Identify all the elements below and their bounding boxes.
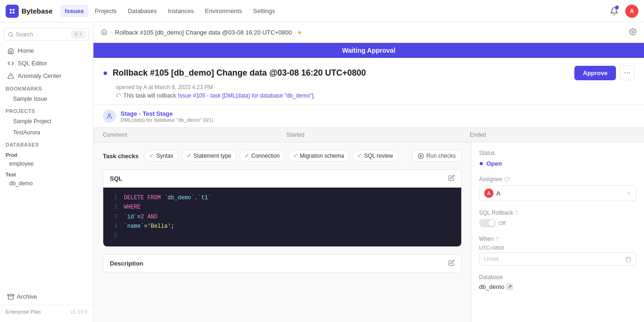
nav-item-issues[interactable]: Issues: [60, 5, 88, 17]
table-header: Comment Started Ended: [93, 128, 644, 142]
code-line-1: 1 DELETE FROM `db_demo`.`t1`: [110, 193, 455, 203]
status-text: Open: [487, 160, 502, 167]
when-input[interactable]: Unset: [479, 252, 637, 266]
notification-dot: [615, 6, 619, 9]
database-link-icon[interactable]: ↗: [506, 283, 513, 290]
sql-rollback-toggle[interactable]: [479, 219, 496, 227]
check-syntax[interactable]: ✓ Syntax: [144, 150, 179, 161]
when-timezone: UTC+0800: [479, 245, 637, 251]
footer-plan: Enterprise Plan: [6, 309, 41, 315]
search-input[interactable]: Search ⌘ K: [4, 28, 89, 41]
breadcrumb-home[interactable]: [101, 28, 107, 36]
task-checks-row: Task checks ✓ Syntax ✓ Statement type ✓: [103, 150, 462, 162]
breadcrumb-star[interactable]: ★: [297, 29, 302, 36]
svg-point-5: [632, 31, 634, 33]
sidebar-item-testaurora[interactable]: TestAurora: [2, 127, 91, 138]
home-icon: [7, 48, 14, 54]
sidebar-item-label-anomaly: Anomaly Center: [18, 72, 61, 79]
sql-rollback-info-icon[interactable]: ?: [515, 210, 518, 216]
sql-rollback-toggle-row: Off: [479, 219, 637, 227]
status-field: Status ● Open: [479, 150, 637, 168]
check-statement-type-label: Statement type: [193, 153, 231, 159]
breadcrumb-settings-icon[interactable]: [629, 28, 637, 35]
svg-rect-12: [626, 257, 631, 262]
run-checks-button[interactable]: Run checks: [412, 150, 462, 162]
stage-info: Stage - Test Stage DML(data) for databas…: [121, 110, 214, 123]
check-sql-review[interactable]: ✓ SQL review: [352, 150, 398, 161]
checks-wrap: ✓ Syntax ✓ Statement type ✓ Connection: [144, 150, 398, 161]
sidebar-item-home[interactable]: Home: [2, 44, 91, 57]
issue-title: Rollback #105 [db_demo] Change data @03-…: [113, 68, 366, 78]
line-num-2: 2: [110, 203, 117, 212]
table-col-ended: Ended: [460, 128, 644, 142]
sql-editor-icon: [7, 60, 14, 67]
issue-body: Task checks ✓ Syntax ✓ Statement type ✓: [93, 142, 644, 322]
check-connection[interactable]: ✓ Connection: [239, 150, 285, 161]
db-group-test: Test: [0, 169, 93, 178]
nav-item-projects[interactable]: Projects: [90, 5, 122, 17]
nav-item-settings[interactable]: Settings: [249, 5, 280, 17]
assignee-field: Assignee A A: [479, 176, 637, 201]
sidebar-item-archive[interactable]: Archive: [2, 290, 91, 303]
sql-section-header: SQL: [103, 170, 461, 188]
desc-section-header: Description: [103, 255, 461, 272]
line-num-1: 1: [110, 193, 117, 203]
description-section: Description: [103, 254, 462, 273]
desc-edit-icon[interactable]: [448, 259, 455, 267]
run-checks-label: Run checks: [426, 153, 456, 159]
search-label: Search: [15, 31, 33, 38]
task-checks-label: Task checks: [103, 153, 138, 160]
status-label: Status: [479, 150, 637, 156]
top-navigation: Bytebase Issues Projects Databases Insta…: [0, 0, 644, 22]
user-avatar[interactable]: A: [625, 5, 638, 18]
issue-meta: opened by A at March 8, 2023 4:23 PM: [116, 84, 635, 91]
stage-name[interactable]: Stage - Test Stage: [121, 110, 214, 117]
issue-status-radio: ●: [103, 68, 108, 78]
more-options-button[interactable]: [620, 65, 635, 80]
sidebar-item-employee[interactable]: employee: [0, 159, 93, 169]
sidebar-item-sample-issue[interactable]: Sample Issue: [2, 93, 91, 105]
svg-point-7: [627, 72, 628, 73]
sidebar-item-sql-editor[interactable]: SQL Editor: [2, 57, 91, 70]
assignee-info: A A: [484, 189, 501, 198]
approve-button[interactable]: Approve: [574, 66, 616, 80]
check-connection-label: Connection: [251, 153, 280, 159]
when-info-icon[interactable]: ?: [495, 236, 498, 242]
nav-item-environments[interactable]: Environments: [200, 5, 246, 17]
logo-text: Bytebase: [21, 7, 53, 15]
sidebar-item-anomaly-center[interactable]: Anomaly Center: [2, 70, 91, 82]
svg-marker-11: [421, 155, 422, 157]
breadcrumb-separator: ›: [110, 29, 112, 36]
check-statement-type[interactable]: ✓ Statement type: [181, 150, 236, 161]
assignee-select[interactable]: A A: [479, 185, 637, 201]
run-checks-icon: [418, 153, 424, 159]
nav-item-instances[interactable]: Instances: [163, 5, 199, 17]
check-statement-type-icon: ✓: [186, 152, 192, 159]
status-value: ● Open: [479, 159, 637, 168]
notifications-button[interactable]: [607, 4, 622, 19]
sql-section: SQL 1 DELETE FROM `db_demo`.`t1` 2 WHERE: [103, 169, 462, 247]
sidebar-footer: Enterprise Plan v1.13.0: [0, 305, 93, 318]
breadcrumb-current: Rollback #105 [db_demo] Change data @03-…: [115, 29, 292, 36]
topnav-right: A: [607, 4, 638, 19]
stage-avatar: [103, 110, 116, 123]
nav-item-databases[interactable]: Databases: [123, 5, 161, 17]
app-logo[interactable]: Bytebase: [6, 5, 53, 18]
sql-section-title: SQL: [110, 175, 122, 182]
sidebar-item-sample-project[interactable]: Sample Project: [2, 116, 91, 127]
rollback-issue-link[interactable]: Issue #105 - task [DML(data) for databas…: [178, 92, 315, 99]
database-field: Database db_demo ↗: [479, 274, 637, 290]
toggle-off-label: Off: [499, 220, 505, 226]
db-group-prod: Prod: [0, 149, 93, 159]
code-content-1: DELETE FROM `db_demo`.`t1`: [124, 193, 211, 203]
sql-edit-icon[interactable]: [448, 175, 455, 182]
assignee-label: Assignee: [479, 176, 637, 182]
code-line-4: 4 `name`='Bella';: [110, 222, 455, 231]
databases-label: Databases: [0, 138, 93, 149]
rollback-link: This task will rollback Issue #105 - tas…: [116, 92, 635, 99]
svg-point-0: [9, 32, 13, 36]
sidebar-item-db-demo[interactable]: db_demo: [0, 178, 93, 189]
check-migration-schema[interactable]: ✓ Migration schema: [288, 150, 350, 161]
svg-point-10: [418, 154, 423, 159]
bookmarks-label: Bookmarks: [0, 82, 93, 93]
